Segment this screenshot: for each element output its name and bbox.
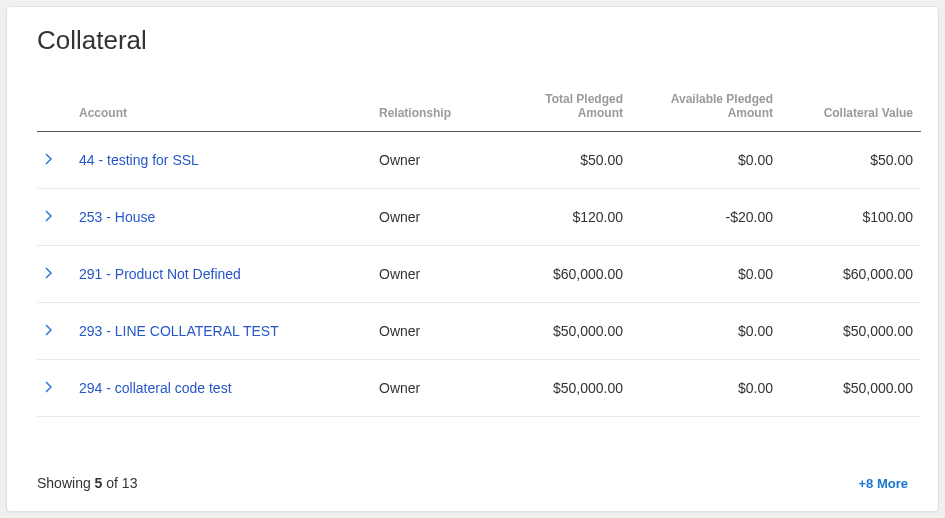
account-cell: 293 - LINE COLLATERAL TEST <box>71 302 371 359</box>
account-cell: 44 - testing for SSL <box>71 131 371 188</box>
collateral-value-cell: $60,000.00 <box>781 245 921 302</box>
col-header-account: Account <box>71 86 371 131</box>
table-header-row: Account Relationship Total Pledged Amoun… <box>37 86 921 131</box>
available-pledged-cell: $0.00 <box>631 131 781 188</box>
total-pledged-cell: $50,000.00 <box>501 302 631 359</box>
expand-cell <box>37 359 71 416</box>
chevron-right-icon[interactable] <box>45 152 53 168</box>
table-row: 253 - HouseOwner$120.00-$20.00$100.00 <box>37 188 921 245</box>
relationship-cell: Owner <box>371 188 501 245</box>
col-header-available-pledged: Available Pledged Amount <box>631 86 781 131</box>
account-cell: 253 - House <box>71 188 371 245</box>
relationship-cell: Owner <box>371 302 501 359</box>
expand-cell <box>37 302 71 359</box>
collateral-table: Account Relationship Total Pledged Amoun… <box>37 86 921 417</box>
more-link[interactable]: +8 More <box>859 476 909 491</box>
chevron-right-icon[interactable] <box>45 209 53 225</box>
relationship-cell: Owner <box>371 359 501 416</box>
table-row: 294 - collateral code testOwner$50,000.0… <box>37 359 921 416</box>
total-pledged-cell: $60,000.00 <box>501 245 631 302</box>
table-row: 291 - Product Not DefinedOwner$60,000.00… <box>37 245 921 302</box>
expand-cell <box>37 245 71 302</box>
collateral-value-cell: $50,000.00 <box>781 359 921 416</box>
col-header-collateral-value: Collateral Value <box>781 86 921 131</box>
collateral-value-cell: $50.00 <box>781 131 921 188</box>
account-link[interactable]: 293 - LINE COLLATERAL TEST <box>79 323 279 339</box>
available-pledged-cell: $0.00 <box>631 245 781 302</box>
account-cell: 294 - collateral code test <box>71 359 371 416</box>
account-link[interactable]: 44 - testing for SSL <box>79 152 199 168</box>
showing-middle: of <box>102 475 121 491</box>
relationship-cell: Owner <box>371 245 501 302</box>
col-header-expand <box>37 86 71 131</box>
expand-cell <box>37 131 71 188</box>
relationship-cell: Owner <box>371 131 501 188</box>
total-pledged-cell: $50,000.00 <box>501 359 631 416</box>
account-link[interactable]: 291 - Product Not Defined <box>79 266 241 282</box>
collateral-card: Collateral Account Relationship Total Pl… <box>6 6 939 512</box>
available-pledged-cell: $0.00 <box>631 359 781 416</box>
account-link[interactable]: 294 - collateral code test <box>79 380 232 396</box>
col-header-total-pledged: Total Pledged Amount <box>501 86 631 131</box>
collateral-value-cell: $50,000.00 <box>781 302 921 359</box>
showing-count: Showing 5 of 13 <box>37 475 137 491</box>
table-row: 293 - LINE COLLATERAL TESTOwner$50,000.0… <box>37 302 921 359</box>
chevron-right-icon[interactable] <box>45 266 53 282</box>
chevron-right-icon[interactable] <box>45 323 53 339</box>
chevron-right-icon[interactable] <box>45 380 53 396</box>
col-header-relationship: Relationship <box>371 86 501 131</box>
showing-prefix: Showing <box>37 475 95 491</box>
total-pledged-cell: $120.00 <box>501 188 631 245</box>
total-pledged-cell: $50.00 <box>501 131 631 188</box>
table-row: 44 - testing for SSLOwner$50.00$0.00$50.… <box>37 131 921 188</box>
available-pledged-cell: -$20.00 <box>631 188 781 245</box>
available-pledged-cell: $0.00 <box>631 302 781 359</box>
expand-cell <box>37 188 71 245</box>
showing-total: 13 <box>122 475 138 491</box>
collateral-value-cell: $100.00 <box>781 188 921 245</box>
account-cell: 291 - Product Not Defined <box>71 245 371 302</box>
page-title: Collateral <box>37 25 908 56</box>
account-link[interactable]: 253 - House <box>79 209 155 225</box>
table-footer: Showing 5 of 13 +8 More <box>37 475 908 491</box>
